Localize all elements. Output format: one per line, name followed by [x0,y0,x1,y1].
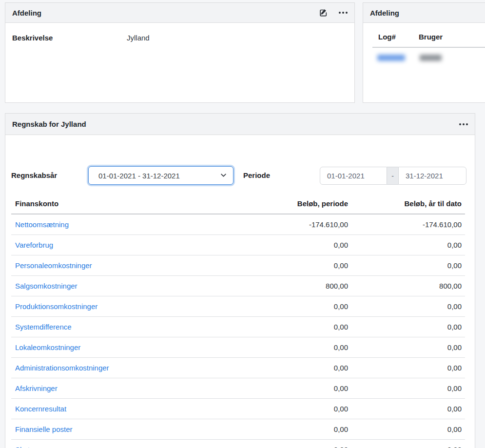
account-link[interactable]: Produktionsomkostninger [15,302,97,311]
amount-period-cell: 0,00 [251,399,348,419]
column-header-amount-period: Beløb, periode [251,195,348,214]
table-row: Lokaleomkostninger 0,00 0,00 [11,337,465,358]
amount-ytd-cell: 0,00 [348,255,465,276]
log-table-header: Log# Bruger [363,23,485,41]
table-row: Produktionsomkostninger 0,00 0,00 [11,296,465,317]
account-cell: Salgsomkostninger [11,276,251,296]
amount-period-cell: 0,00 [251,337,348,358]
log-number-column-header: Log# [378,33,419,41]
table-row: Salgsomkostninger 800,00 800,00 [11,276,465,296]
column-header-account: Finanskonto [11,195,251,214]
page: { "dept_card": { "title": "Afdeling", "f… [0,0,485,448]
account-link[interactable]: Administrationsomkostninger [15,364,109,372]
edit-icon[interactable] [319,8,328,18]
amount-ytd-cell: 0,00 [348,317,465,337]
accounts-card-header: Regnskab for Jylland [5,114,475,135]
column-header-amount-ytd: Beløb, år til dato [348,195,465,214]
description-value: Jylland [127,34,150,42]
table-row: Systemdifference 0,00 0,00 [11,317,465,337]
finance-table-body: Nettoomsætning -174.610,00 -174.610,00 V… [11,214,465,448]
description-field-row: Beskrivelse Jylland [5,23,354,42]
account-cell: Finansielle poster [11,419,251,440]
department-log-card: Afdeling Log# Bruger [363,2,485,103]
period-to-input[interactable] [398,167,466,185]
amount-period-cell: 0,00 [251,235,348,255]
account-link[interactable]: Koncernresultat [15,405,66,413]
accounts-card: Regnskab for Jylland Regnskabsår 01-01-2… [5,113,475,448]
account-cell: Produktionsomkostninger [11,296,251,317]
more-options-icon[interactable] [459,123,468,125]
filters-row: Regnskabsår 01-01-2021 - 31-12-2021 Peri… [5,135,475,191]
table-row: Skat 0,00 0,00 [11,440,465,448]
account-link[interactable]: Salgsomkostninger [15,282,78,290]
fiscal-year-label: Regnskabsår [11,171,57,179]
more-options-icon[interactable] [339,12,348,14]
account-link[interactable]: Skat [15,446,30,448]
user-column-header: Bruger [419,33,443,41]
description-label: Beskrivelse [12,34,127,42]
finance-accounts-table: Finanskonto Beløb, periode Beløb, år til… [11,195,465,448]
amount-ytd-cell: 0,00 [348,358,465,378]
amount-period-cell: -174.610,00 [251,214,348,235]
account-link[interactable]: Systemdifference [15,323,72,331]
period-range-separator: - [387,167,398,185]
amount-period-cell: 0,00 [251,378,348,399]
table-row: Nettoomsætning -174.610,00 -174.610,00 [11,214,465,235]
fiscal-year-select[interactable]: 01-01-2021 - 31-12-2021 [88,166,233,185]
account-link[interactable]: Lokaleomkostninger [15,343,80,351]
account-cell: Nettoomsætning [11,214,251,235]
table-row: Finansielle poster 0,00 0,00 [11,419,465,440]
log-number-link-redacted[interactable] [377,55,405,61]
amount-ytd-cell: 0,00 [348,378,465,399]
table-row: Koncernresultat 0,00 0,00 [11,399,465,419]
account-link[interactable]: Finansielle poster [15,425,73,433]
account-cell: Lokaleomkostninger [11,337,251,358]
amount-period-cell: 800,00 [251,276,348,296]
amount-period-cell: 0,00 [251,255,348,276]
account-cell: Afskrivninger [11,378,251,399]
account-link[interactable]: Afskrivninger [15,384,58,392]
account-link[interactable]: Nettoomsætning [15,220,69,229]
card-title: Regnskab for Jylland [12,120,86,128]
department-card: Afdeling Beskrivelse Jylland [5,2,355,103]
amount-ytd-cell: 0,00 [348,399,465,419]
amount-period-cell: 0,00 [251,358,348,378]
table-header-row: Finanskonto Beløb, periode Beløb, år til… [11,195,465,214]
account-cell: Vareforbrug [11,235,251,255]
table-row: Vareforbrug 0,00 0,00 [11,235,465,255]
card-title: Afdeling [370,9,399,17]
account-cell: Koncernresultat [11,399,251,419]
period-label: Periode [243,171,270,179]
account-cell: Personaleomkostninger [11,255,251,276]
account-cell: Administrationsomkostninger [11,358,251,378]
table-row: Personaleomkostninger 0,00 0,00 [11,255,465,276]
amount-ytd-cell: 800,00 [348,276,465,296]
log-card-header: Afdeling [363,3,485,23]
amount-period-cell: 0,00 [251,440,348,448]
amount-period-cell: 0,00 [251,296,348,317]
amount-ytd-cell: 0,00 [348,296,465,317]
amount-period-cell: 0,00 [251,317,348,337]
log-header-divider [372,47,485,48]
amount-ytd-cell: 0,00 [348,235,465,255]
account-cell: Skat [11,440,251,448]
user-value-redacted [420,55,442,61]
amount-ytd-cell: 0,00 [348,419,465,440]
account-cell: Systemdifference [11,317,251,337]
amount-ytd-cell: 0,00 [348,440,465,448]
table-row: Administrationsomkostninger 0,00 0,00 [11,358,465,378]
account-link[interactable]: Vareforbrug [15,241,53,249]
fiscal-year-select-wrap: 01-01-2021 - 31-12-2021 [88,166,233,185]
period-from-input[interactable] [320,167,387,185]
amount-period-cell: 0,00 [251,419,348,440]
amount-ytd-cell: 0,00 [348,337,465,358]
department-card-header: Afdeling [5,3,354,23]
card-title: Afdeling [12,9,41,17]
edit-icon-svg [319,8,328,18]
table-row: Afskrivninger 0,00 0,00 [11,378,465,399]
log-row [377,55,485,61]
period-range-group: - [320,167,466,185]
account-link[interactable]: Personaleomkostninger [15,261,92,270]
amount-ytd-cell: -174.610,00 [348,214,465,235]
